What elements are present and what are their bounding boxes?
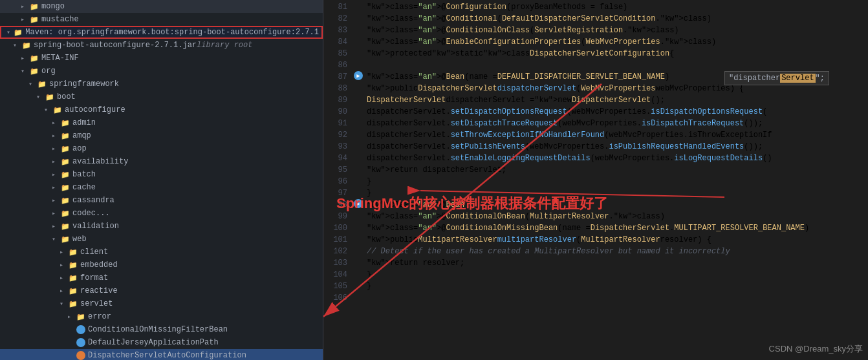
tree-item-mustache[interactable]: 📁mustache [0,13,323,26]
item-label-embedded: embedded [80,260,118,270]
folder-icon-format: 📁 [69,274,78,282]
tree-item-embedded[interactable]: 📁embedded [0,259,323,271]
library-label-spring-boot-jar: library root [197,41,252,50]
folder-icon-codec: 📁 [61,209,70,217]
tree-item-batch[interactable]: 📁batch [0,168,323,181]
folder-icon-autoconfigure: 📁 [53,106,62,114]
line-number-100: 100 [323,222,347,234]
tree-item-cache[interactable]: 📁cache [0,181,323,194]
item-label-format: format [80,273,108,282]
folder-icon-availability: 📁 [61,158,70,165]
folder-icon-amqp: 📁 [61,132,70,140]
tree-item-amqp[interactable]: 📁amqp [0,129,323,142]
line-number-86: 86 [323,59,347,71]
tree-item-springframework[interactable]: 📁springframework [0,78,323,90]
tree-item-aop[interactable]: 📁aop [0,142,323,155]
tree-item-autoconfigure[interactable]: 📁autoconfigure [0,103,323,116]
folder-icon-validation: 📁 [61,222,70,230]
tree-item-format[interactable]: 📁format [0,271,323,284]
folder-icon-boot: 📁 [45,93,54,101]
chevron-mongo [21,3,28,10]
folder-icon-aop: 📁 [61,145,70,153]
gutter-row-100 [353,221,364,233]
folder-icon-admin: 📁 [61,119,70,127]
code-line-105: } [364,281,868,292]
chevron-aop [52,145,60,153]
gutter-row-86 [353,58,364,70]
line-number-89: 89 [323,94,347,106]
line-number-81: 81 [323,1,347,13]
gutter-row-102 [353,244,364,256]
code-line-85: "kw">protected "kw">static "kw">class Di… [364,48,868,59]
gutter-row-88 [353,81,364,93]
file-tree-panel: 📁mongo📁mustache📁Maven: org.springframewo… [0,0,323,360]
chinese-annotation: SpringMvc的核心控制器根据条件配置好了 [336,194,608,213]
tree-item-validation[interactable]: 📁validation [0,220,323,233]
tree-item-DispatcherServletAutoConfiguration[interactable]: DispatcherServletAutoConfiguration [0,349,323,360]
item-label-validation: validation [72,222,119,231]
folder-icon-mongo: 📁 [30,3,39,10]
chevron-DispatcherServletAutoConfiguration [67,352,75,359]
tree-item-web[interactable]: 📁web [0,233,323,246]
folder-icon-meta-inf: 📁 [30,54,39,62]
item-label-DispatcherServletAutoConfiguration: DispatcherServletAutoConfiguration [88,351,246,360]
folder-icon-cache: 📁 [61,184,70,191]
tree-item-meta-inf[interactable]: 📁META-INF [0,52,323,65]
tree-item-mongo[interactable]: 📁mongo [0,0,323,13]
tree-item-org[interactable]: 📁org [0,65,323,78]
chevron-autoconfigure [44,106,52,114]
tree-item-admin[interactable]: 📁admin [0,116,323,129]
tree-item-ConditionalOnMissingFilterBean[interactable]: ConditionalOnMissingFilterBean [0,323,323,336]
item-label-client: client [80,248,108,257]
gutter-icon-87: ▶ [354,71,363,80]
chevron-batch [52,171,60,178]
tree-item-error[interactable]: 📁error [0,310,323,323]
line-number-87: 87 [323,71,347,83]
chevron-codec [52,209,60,217]
chevron-admin [52,119,60,127]
code-line-83: "kw">class="an">@ConditionalOnClass(Serv… [364,25,868,36]
tree-item-availability[interactable]: 📁availability [0,155,323,168]
chevron-maven-root [6,28,12,36]
code-line-89: DispatcherServlet dispatcherServlet = "k… [364,94,868,106]
line-number-106: 106 [323,292,347,304]
line-numbers: 8182838485868788899091929394959697989910… [323,0,353,360]
code-line-100: "kw">class="an">@ConditionalOnMissingBea… [364,222,868,234]
tree-item-servlet[interactable]: 📁servlet [0,297,323,310]
item-label-spring-boot-jar: spring-boot-autoconfigure-2.7.1.jar [34,41,197,50]
item-label-reactive: reactive [80,286,118,295]
file-icon-blue-ConditionalOnMissingFilterBean [76,325,85,334]
tree-item-client[interactable]: 📁client [0,246,323,259]
tree-item-codec[interactable]: 📁codec... [0,207,323,220]
chevron-embedded [60,261,67,269]
gutter-row-87: ▶ [353,70,364,81]
item-label-boot: boot [57,92,76,101]
item-label-DefaultJerseyApplicationPath: DefaultJerseyApplicationPath [88,338,219,347]
chevron-web [52,235,60,243]
folder-icon-spring-boot-jar: 📁 [22,41,31,49]
line-number-95: 95 [323,164,347,176]
file-icon-orange-DispatcherServletAutoConfiguration [76,351,85,360]
gutter: ▶▶ [353,0,364,360]
item-label-cache: cache [72,183,96,192]
code-line-94: dispatcherServlet.setEnableLoggingReques… [364,153,868,164]
tree-item-maven-root[interactable]: 📁Maven: org.springframework.boot:spring-… [0,26,323,39]
tree-item-boot[interactable]: 📁boot [0,90,323,103]
item-label-maven-root: Maven: org.springframework.boot:spring-b… [25,28,319,37]
folder-icon-embedded: 📁 [69,261,78,269]
tree-item-spring-boot-jar[interactable]: 📁spring-boot-autoconfigure-2.7.1.jar lib… [0,39,323,52]
line-number-82: 82 [323,13,347,25]
gutter-row-91 [353,116,364,128]
tree-item-cassandra[interactable]: 📁cassandra [0,194,323,207]
code-line-86 [364,59,868,71]
tree-item-DefaultJerseyApplicationPath[interactable]: DefaultJerseyApplicationPath [0,336,323,349]
item-label-amqp: amqp [72,131,91,140]
folder-icon-mustache: 📁 [30,16,39,23]
chevron-format [60,274,67,282]
item-label-web: web [72,235,87,244]
chevron-availability [52,158,60,165]
gutter-row-103 [353,256,364,268]
gutter-row-85 [353,47,364,58]
item-label-ConditionalOnMissingFilterBean: ConditionalOnMissingFilterBean [88,325,228,334]
tree-item-reactive[interactable]: 📁reactive [0,284,323,297]
